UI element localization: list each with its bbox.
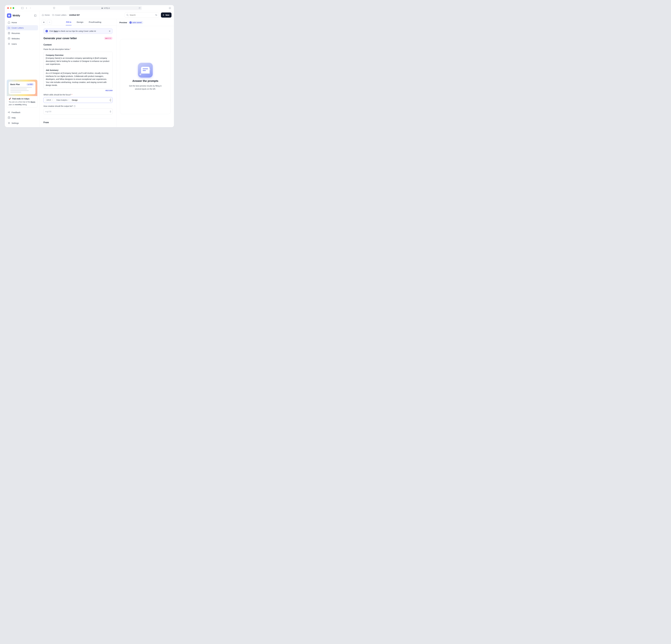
plus-icon [163, 14, 164, 16]
section-from: From [43, 121, 113, 124]
chevron-down-icon[interactable] [109, 99, 111, 101]
svg-line-19 [128, 15, 128, 16]
sidebar-item-feedback[interactable]: Feedback [6, 110, 38, 115]
browser-window: writify.ai Writify [5, 5, 174, 127]
preview-subtext: Get the best preview results by filling … [127, 85, 164, 90]
brand: Writify [6, 13, 38, 20]
svg-rect-2 [102, 8, 103, 9]
trial-subtext: You are on a free trial of the Basic pla… [9, 101, 35, 106]
megaphone-icon [8, 111, 10, 114]
breadcrumb-current: Untitled 007 [69, 14, 80, 16]
plan-card: Basic Plan 4/10 [7, 80, 37, 107]
number-stepper[interactable] [110, 111, 111, 113]
plan-usage-bars [10, 87, 34, 93]
sidebar-item-resumes[interactable]: Resumes [6, 30, 38, 36]
chip-remove-icon[interactable]: × [68, 99, 69, 101]
editor-pane: Fill In Design Proofreading i Click here… [39, 19, 117, 127]
skills-label: Which skills should be the focus? * [43, 94, 113, 96]
tip-link[interactable]: here [54, 30, 58, 32]
editor-forward-button[interactable] [47, 20, 52, 25]
skills-text-input[interactable] [72, 99, 111, 102]
close-icon[interactable] [109, 30, 111, 32]
sidebar-item-label: Home [12, 21, 17, 24]
app-logo [7, 13, 11, 18]
refresh-icon[interactable] [139, 7, 140, 9]
lock-icon [101, 7, 103, 9]
preview-empty-state: Answer the prompts Get the best preview … [120, 39, 171, 114]
sliders-icon[interactable] [155, 14, 157, 16]
credits-badge: 4/10 [104, 37, 113, 40]
folder-icon [8, 27, 10, 29]
new-button[interactable]: New [161, 12, 172, 17]
svg-point-23 [156, 15, 157, 16]
window-icon [8, 37, 10, 40]
svg-point-14 [9, 43, 9, 44]
sidebar-item-label: Cover Letters [12, 27, 24, 29]
svg-rect-5 [8, 15, 10, 15]
breadcrumb-cover-letters[interactable]: Cover Letters [52, 14, 66, 16]
editor-back-button[interactable] [42, 20, 46, 25]
preview-pane: Preview auto saved [117, 19, 174, 127]
user-icon [8, 43, 10, 45]
plan-title: Basic Plan [10, 83, 20, 86]
sidebar-toggle-icon[interactable] [21, 7, 24, 9]
svg-point-22 [155, 14, 156, 15]
url-bar[interactable]: writify.ai [69, 6, 142, 10]
sidebar-item-settings[interactable]: Settings [6, 120, 38, 126]
skill-chip: UI/UX × [45, 98, 54, 102]
folder-icon [52, 14, 54, 16]
svg-rect-12 [8, 38, 10, 39]
help-tooltip-icon[interactable] [74, 105, 76, 107]
collapse-sidebar-icon[interactable] [34, 14, 37, 17]
skills-input[interactable]: UI/UX × Data Analytics × [43, 97, 113, 103]
nav-back-icon[interactable] [26, 7, 27, 9]
svg-point-16 [9, 118, 9, 118]
info-icon: i [46, 30, 48, 32]
sidebar-item-help[interactable]: Help [6, 115, 38, 120]
section-content: Content [43, 43, 113, 46]
breadcrumb-home[interactable]: Home [42, 14, 50, 16]
sidebar-item-websites[interactable]: Websites [6, 36, 38, 41]
app-name: Writify [13, 14, 32, 17]
sidebar-item-users[interactable]: Users [6, 41, 38, 47]
trial-headline: 🚀 Trial ends in 4 days [9, 98, 35, 100]
browser-titlebar: writify.ai [5, 5, 174, 11]
nav-forward-icon[interactable] [29, 7, 31, 9]
autosave-badge: auto saved [129, 21, 143, 24]
document-icon [8, 32, 10, 34]
svg-rect-7 [34, 15, 36, 16]
sidebar-item-cover-letters[interactable]: Cover Letters [6, 25, 38, 30]
search-icon [126, 14, 129, 16]
download-icon[interactable] [169, 7, 172, 9]
tip-banner: i Click here to check out our tips for u… [43, 28, 113, 34]
job-description-label: Paste the job description below * [43, 48, 113, 50]
traffic-lights[interactable] [7, 7, 14, 9]
divider [43, 118, 113, 118]
svg-point-17 [9, 123, 9, 124]
shield-icon[interactable] [53, 7, 55, 9]
check-icon [129, 22, 132, 24]
svg-rect-9 [8, 32, 10, 34]
preview-illustration [138, 63, 153, 78]
preview-headline: Answer the prompts [132, 79, 158, 82]
sidebar-nav: Home Cover Letters Resumes Websites [6, 20, 38, 47]
home-icon [8, 21, 10, 24]
tab-design[interactable]: Design [76, 19, 84, 25]
sidebar-item-label: Resumes [12, 32, 20, 34]
main: Home / Cover Letters / Untitled 007 [39, 11, 174, 127]
chip-remove-icon[interactable]: × [52, 99, 53, 101]
search-input[interactable] [125, 12, 159, 17]
sidebar: Writify Home Cover Letters [5, 11, 39, 127]
creativity-input[interactable]: e.g 0.8 [43, 108, 113, 114]
creativity-label: How creative should the output be? [43, 105, 113, 107]
sidebar-item-home[interactable]: Home [6, 20, 38, 25]
gear-icon [8, 122, 10, 124]
tab-proofreading[interactable]: Proofreading [88, 19, 101, 25]
sidebar-item-label: Websites [12, 37, 20, 40]
rocket-icon: 🚀 [9, 98, 11, 100]
char-counter: 482/1000 [43, 90, 113, 91]
job-description-textarea[interactable]: Company Overview: [Company Name] is an i… [43, 52, 113, 89]
page-title: Generate your cover letter [43, 37, 77, 40]
sidebar-item-label: Users [12, 43, 17, 45]
tab-fill-in[interactable]: Fill In [66, 19, 72, 25]
